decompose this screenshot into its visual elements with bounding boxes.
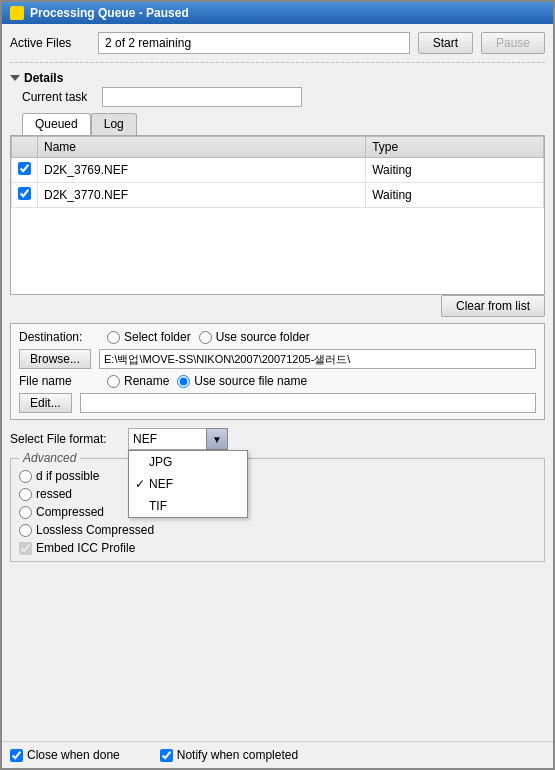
- title-bar: Processing Queue - Paused: [2, 2, 553, 24]
- clear-btn-row: Clear from list: [10, 295, 545, 317]
- destination-path-input[interactable]: [99, 349, 536, 369]
- close-when-done-item: Close when done: [10, 748, 120, 762]
- row-checkbox-1[interactable]: [18, 187, 31, 200]
- embed-icc-row: Embed ICC Profile: [19, 541, 536, 555]
- use-source-label: Use source folder: [216, 330, 310, 344]
- advanced-radio-2[interactable]: [19, 488, 32, 501]
- tab-log[interactable]: Log: [91, 113, 137, 135]
- col-header-type: Type: [366, 137, 544, 158]
- notify-checkbox[interactable]: [160, 749, 173, 762]
- clear-from-list-button[interactable]: Clear from list: [441, 295, 545, 317]
- rename-radio[interactable]: [107, 375, 120, 388]
- row-checkbox-cell: [12, 183, 38, 208]
- select-folder-radio-group: Select folder: [107, 330, 191, 344]
- select-folder-radio[interactable]: [107, 331, 120, 344]
- use-source-radio[interactable]: [199, 331, 212, 344]
- row-name-1: D2K_3770.NEF: [38, 183, 366, 208]
- close-when-done-checkbox[interactable]: [10, 749, 23, 762]
- filename-row: File name Rename Use source file name: [19, 374, 536, 388]
- active-files-value: 2 of 2 remaining: [98, 32, 410, 54]
- use-source-file-label: Use source file name: [194, 374, 307, 388]
- details-section: Details Current task Queued Log: [10, 71, 545, 317]
- advanced-label-3: Compressed: [36, 505, 104, 519]
- embed-icc-checkbox[interactable]: [19, 542, 32, 555]
- advanced-option-4: Lossless Compressed: [19, 523, 536, 537]
- advanced-label-4: Lossless Compressed: [36, 523, 154, 537]
- row-type-0: Waiting: [366, 158, 544, 183]
- row-checkbox-cell: [12, 158, 38, 183]
- filename-label: File name: [19, 374, 99, 388]
- format-dropdown-arrow[interactable]: ▼: [206, 428, 228, 450]
- use-source-file-radio[interactable]: [177, 375, 190, 388]
- destination-section: Destination: Select folder Use source fo…: [10, 323, 545, 420]
- footer-row: Close when done Notify when completed: [2, 741, 553, 768]
- row-checkbox-0[interactable]: [18, 162, 31, 175]
- use-source-file-radio-group: Use source file name: [177, 374, 307, 388]
- active-files-label: Active Files: [10, 36, 90, 50]
- separator-1: [10, 62, 545, 63]
- content-area: Active Files 2 of 2 remaining Start Paus…: [2, 24, 553, 741]
- advanced-label-2: ressed: [36, 487, 72, 501]
- destination-row: Destination: Select folder Use source fo…: [19, 330, 536, 344]
- window-icon: [10, 6, 24, 20]
- advanced-radio-4[interactable]: [19, 524, 32, 537]
- advanced-option-2: ressed: [19, 487, 536, 501]
- advanced-box: Advanced d if possible ressed Compressed…: [10, 458, 545, 562]
- advanced-radio-3[interactable]: [19, 506, 32, 519]
- format-option-nef[interactable]: NEF: [129, 473, 247, 495]
- queue-table: Name Type D2K_3769.NEF Waiting D2K_3770.…: [11, 136, 544, 208]
- close-when-done-label: Close when done: [27, 748, 120, 762]
- col-header-name: Name: [38, 137, 366, 158]
- rename-label: Rename: [124, 374, 169, 388]
- browse-row: Browse...: [19, 349, 536, 369]
- row-type-1: Waiting: [366, 183, 544, 208]
- details-header: Details: [10, 71, 545, 85]
- format-option-tif[interactable]: TIF: [129, 495, 247, 517]
- col-header-check: [12, 137, 38, 158]
- tabs-row: Queued Log: [22, 113, 545, 135]
- format-dropdown-popup: JPG NEF TIF: [128, 450, 248, 518]
- collapse-triangle-icon[interactable]: [10, 75, 20, 81]
- rename-radio-group: Rename: [107, 374, 169, 388]
- select-folder-label: Select folder: [124, 330, 191, 344]
- destination-label: Destination:: [19, 330, 99, 344]
- filename-input[interactable]: [80, 393, 536, 413]
- row-name-0: D2K_3769.NEF: [38, 158, 366, 183]
- advanced-option-1: d if possible: [19, 469, 536, 483]
- format-label: Select File format:: [10, 432, 120, 446]
- notify-label: Notify when completed: [177, 748, 298, 762]
- embed-icc-label: Embed ICC Profile: [36, 541, 135, 555]
- format-select-container: NEF ▼ JPG NEF TIF: [128, 428, 228, 450]
- notify-item: Notify when completed: [160, 748, 298, 762]
- pause-button[interactable]: Pause: [481, 32, 545, 54]
- active-files-row: Active Files 2 of 2 remaining Start Paus…: [10, 32, 545, 54]
- use-source-radio-group: Use source folder: [199, 330, 310, 344]
- edit-row: Edit...: [19, 393, 536, 413]
- tab-queued[interactable]: Queued: [22, 113, 91, 135]
- advanced-label-1: d if possible: [36, 469, 99, 483]
- details-label: Details: [24, 71, 63, 85]
- browse-button[interactable]: Browse...: [19, 349, 91, 369]
- main-window: Processing Queue - Paused Active Files 2…: [0, 0, 555, 770]
- format-row: Select File format: NEF ▼ JPG NEF TIF: [10, 428, 545, 450]
- queue-table-container: Name Type D2K_3769.NEF Waiting D2K_3770.…: [10, 135, 545, 295]
- window-title: Processing Queue - Paused: [30, 6, 189, 20]
- advanced-legend: Advanced: [19, 451, 80, 465]
- current-task-label: Current task: [22, 90, 94, 104]
- current-task-row: Current task: [10, 87, 545, 107]
- advanced-content: d if possible ressed Compressed Lossless…: [19, 465, 536, 555]
- table-row: D2K_3770.NEF Waiting: [12, 183, 544, 208]
- start-button[interactable]: Start: [418, 32, 473, 54]
- advanced-option-3: Compressed: [19, 505, 536, 519]
- current-task-input: [102, 87, 302, 107]
- advanced-radio-1[interactable]: [19, 470, 32, 483]
- table-row: D2K_3769.NEF Waiting: [12, 158, 544, 183]
- edit-button[interactable]: Edit...: [19, 393, 72, 413]
- format-option-jpg[interactable]: JPG: [129, 451, 247, 473]
